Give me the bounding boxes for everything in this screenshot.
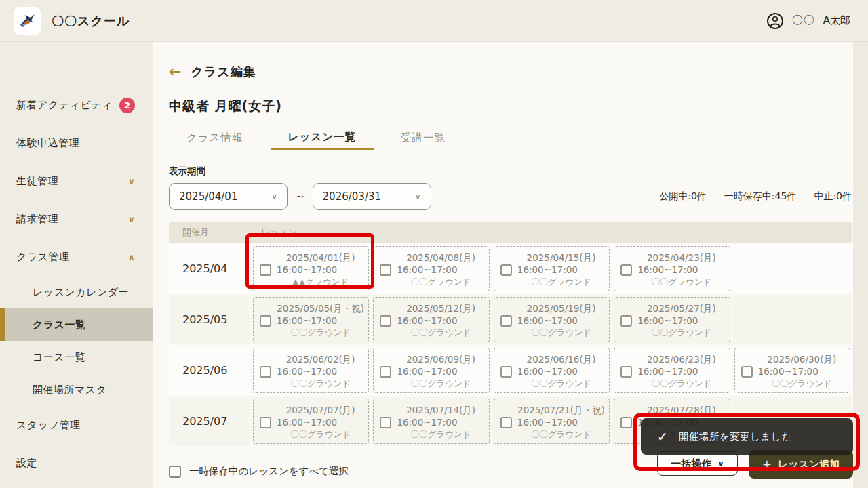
- lesson-checkbox[interactable]: [380, 315, 391, 327]
- sidebar-item-student-management[interactable]: 生徒管理 ∨: [0, 162, 153, 200]
- sidebar-item-label: 請求管理: [16, 213, 58, 226]
- lesson-checkbox[interactable]: [741, 366, 753, 378]
- lesson-checkbox[interactable]: [620, 315, 632, 327]
- lesson-checkbox[interactable]: [260, 366, 271, 378]
- lesson-checkbox[interactable]: [380, 264, 391, 276]
- lesson-checkbox[interactable]: [380, 417, 391, 428]
- sidebar-item-course-list[interactable]: コース一覧: [0, 341, 153, 373]
- sidebar-item-trial-applications[interactable]: 体験申込管理: [0, 124, 153, 162]
- lesson-checkbox[interactable]: [500, 315, 512, 327]
- lesson-time: 16:00~17:00: [517, 416, 605, 428]
- lesson-card[interactable]: 2025/05/05(月・祝) 16:00~17:00 〇〇グラウンド: [253, 297, 369, 342]
- lesson-checkbox[interactable]: [620, 417, 632, 428]
- app-logo[interactable]: [14, 7, 41, 35]
- sidebar-item-label: 新着アクティビティ: [16, 99, 113, 112]
- lesson-card[interactable]: 2025/05/19(月) 16:00~17:00 〇〇グラウンド: [494, 297, 610, 342]
- lesson-time: 16:00~17:00: [397, 264, 484, 276]
- lesson-checkbox[interactable]: [500, 417, 512, 428]
- lesson-card[interactable]: 2025/06/09(月) 16:00~17:00 〇〇グラウンド: [373, 348, 489, 393]
- lesson-status-counts: 公開中:0件 一時保存中:45件 中止:0件: [659, 183, 852, 210]
- bird-logo-icon: [18, 12, 37, 30]
- top-header: 〇〇スクール 〇〇 A太郎: [0, 0, 868, 42]
- page-title: クラス編集: [191, 64, 256, 80]
- lesson-date: 2025/07/28(月): [637, 404, 725, 416]
- lesson-checkbox[interactable]: [380, 366, 391, 378]
- lesson-location: 〇〇グラウンド: [517, 378, 605, 389]
- lesson-card[interactable]: 2025/04/15(月) 16:00~17:00 〇〇グラウンド: [494, 246, 610, 291]
- lesson-checkbox[interactable]: [500, 264, 512, 276]
- chevron-down-icon: ∨: [271, 192, 277, 201]
- lesson-card[interactable]: 2025/06/02(月) 16:00~17:00 〇〇グラウンド: [253, 348, 369, 393]
- scroll-gutter[interactable]: [853, 42, 868, 488]
- sidebar-item-label: スタッフ管理: [16, 419, 80, 432]
- lesson-location: 〇〇グラウンド: [397, 428, 484, 440]
- count-cancelled: 中止:0件: [814, 190, 852, 203]
- period-to-select[interactable]: 2026/03/31 ∨: [313, 183, 431, 210]
- sidebar-item-label: クラス一覧: [33, 319, 86, 331]
- lesson-time: 16:00~17:00: [397, 314, 484, 327]
- back-arrow-icon[interactable]: ←: [169, 64, 181, 79]
- lesson-card[interactable]: 2025/05/27(月) 16:00~17:00 〇〇グラウンド: [614, 297, 730, 342]
- lesson-time: 16:00~17:00: [758, 365, 846, 378]
- lesson-card[interactable]: 2025/06/16(月) 16:00~17:00 〇〇グラウンド: [494, 348, 610, 393]
- user-account-icon[interactable]: [766, 12, 784, 30]
- tab-enrollment-list[interactable]: 受講一覧: [383, 126, 463, 150]
- sidebar-item-label: 開催場所マスタ: [33, 384, 107, 396]
- lesson-card[interactable]: 2025/06/30(月) 16:00~17:00 〇〇グラウンド: [734, 348, 850, 393]
- lesson-checkbox[interactable]: [260, 315, 271, 327]
- lesson-date: 2025/05/27(月): [637, 302, 725, 314]
- table-header-row: 開催月 レッスン: [169, 222, 852, 243]
- column-header-month: 開催月: [169, 226, 250, 239]
- bulk-actions-button[interactable]: 一括操作 ∨: [657, 451, 738, 476]
- lesson-date: 2025/06/30(月): [758, 353, 846, 365]
- lesson-checkbox[interactable]: [260, 264, 271, 276]
- lesson-checkbox[interactable]: [620, 264, 632, 276]
- check-icon: ✓: [657, 429, 668, 444]
- lesson-card[interactable]: 2025/04/23(月) 16:00~17:00 〇〇グラウンド: [614, 246, 730, 291]
- lesson-checkbox[interactable]: [500, 366, 512, 378]
- lesson-location: 〇〇グラウンド: [517, 428, 605, 440]
- month-label: 2025/07: [169, 396, 250, 446]
- lesson-card[interactable]: 2025/06/23(月) 16:00~17:00 〇〇グラウンド: [614, 348, 730, 393]
- lesson-card[interactable]: 2025/04/08(月) 16:00~17:00 〇〇グラウンド: [373, 246, 489, 291]
- sidebar-item-new-activity[interactable]: 新着アクティビティ 2: [0, 86, 153, 124]
- lesson-date: 2025/06/02(月): [277, 353, 364, 365]
- count-published: 公開中:0件: [659, 190, 707, 203]
- tab-class-info[interactable]: クラス情報: [169, 126, 261, 150]
- lesson-time: 16:00~17:00: [277, 314, 364, 327]
- sidebar-nav: 新着アクティビティ 2 体験申込管理 生徒管理 ∨ 請求管理 ∨ クラス管理 ∧…: [0, 42, 153, 488]
- lesson-date: 2025/04/01(月): [277, 251, 364, 264]
- lesson-location: 〇〇グラウンド: [397, 378, 484, 389]
- lesson-location: 〇〇グラウンド: [397, 327, 484, 338]
- sidebar-item-lesson-calendar[interactable]: レッスンカレンダー: [0, 276, 153, 308]
- user-org-label: 〇〇: [792, 14, 815, 28]
- sidebar-item-settings[interactable]: 設定: [0, 444, 153, 482]
- bulk-actions-label: 一括操作: [671, 458, 711, 470]
- sidebar-item-class-list-active[interactable]: クラス一覧: [0, 308, 153, 341]
- lesson-card[interactable]: 2025/04/01(月) 16:00~17:00 ▲▲グラウンド: [253, 246, 369, 291]
- lesson-card[interactable]: 2025/07/14(月) 16:00~17:00 〇〇グラウンド: [373, 399, 489, 444]
- lesson-date: 2025/05/19(月): [517, 302, 605, 314]
- user-name-label: A太郎: [823, 14, 850, 27]
- tab-lesson-list[interactable]: レッスン一覧: [271, 126, 374, 150]
- lesson-location: 〇〇グラウンド: [277, 327, 364, 338]
- lesson-table: 開催月 レッスン 2025/04 2025/04/01(月) 16:00~17:…: [169, 222, 852, 446]
- select-all-label: 一時保存中のレッスンをすべて選択: [189, 465, 349, 478]
- lesson-location: 〇〇グラウンド: [637, 276, 725, 287]
- sidebar-item-staff-management[interactable]: スタッフ管理: [0, 406, 153, 444]
- period-from-select[interactable]: 2025/04/01 ∨: [169, 183, 288, 210]
- table-row: 2025/05 2025/05/05(月・祝) 16:00~17:00 〇〇グラ…: [169, 295, 852, 344]
- lesson-card[interactable]: 2025/07/21(月・祝) 16:00~17:00 〇〇グラウンド: [494, 399, 610, 444]
- month-label: 2025/04: [169, 244, 250, 293]
- lesson-checkbox[interactable]: [620, 366, 632, 378]
- sidebar-item-class-management[interactable]: クラス管理 ∧: [0, 238, 153, 276]
- lesson-card[interactable]: 2025/05/12(月) 16:00~17:00 〇〇グラウンド: [373, 297, 489, 342]
- sidebar-item-venue-master[interactable]: 開催場所マスタ: [0, 373, 153, 406]
- lesson-date: 2025/07/21(月・祝): [517, 404, 605, 416]
- chevron-down-icon: ∨: [127, 176, 135, 186]
- sidebar-item-billing-management[interactable]: 請求管理 ∨: [0, 200, 153, 238]
- lesson-checkbox[interactable]: [260, 417, 271, 428]
- sidebar-item-label: 生徒管理: [16, 175, 58, 188]
- select-all-checkbox[interactable]: [169, 466, 181, 478]
- lesson-card[interactable]: 2025/07/07(月) 16:00~17:00 〇〇グラウンド: [253, 399, 369, 444]
